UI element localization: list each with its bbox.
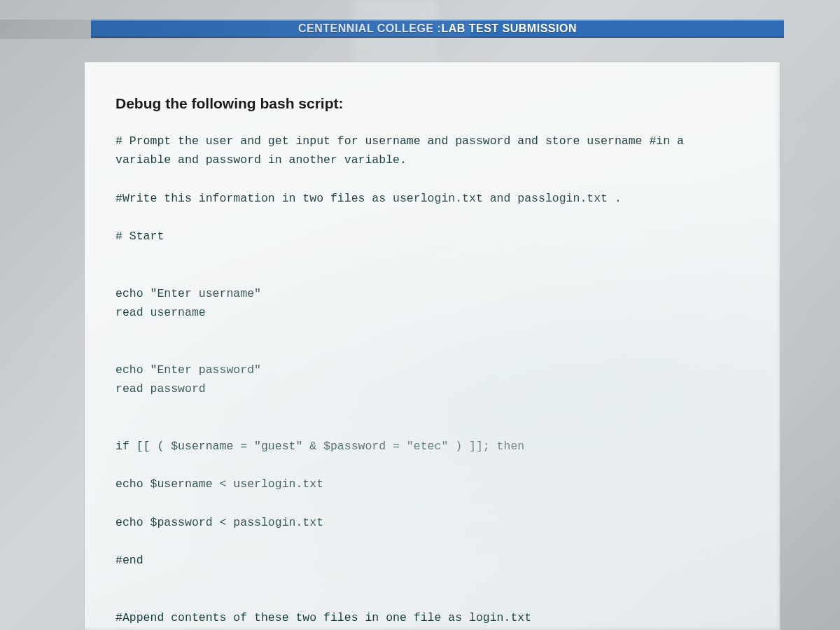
stage: CENTENNIAL COLLEGE : LAB TEST SUBMISSION… (0, 0, 840, 630)
bash-code-block: # Prompt the user and get input for user… (115, 132, 749, 630)
header-title-part1: CENTENNIAL COLLEGE : (298, 22, 441, 35)
document-sheet: Debug the following bash script: # Promp… (84, 62, 780, 630)
page-header: CENTENNIAL COLLEGE : LAB TEST SUBMISSION (0, 20, 840, 38)
question-heading: Debug the following bash script: (115, 94, 749, 112)
header-bar: CENTENNIAL COLLEGE : LAB TEST SUBMISSION (91, 20, 784, 38)
header-title-part2: LAB TEST SUBMISSION (441, 22, 577, 35)
